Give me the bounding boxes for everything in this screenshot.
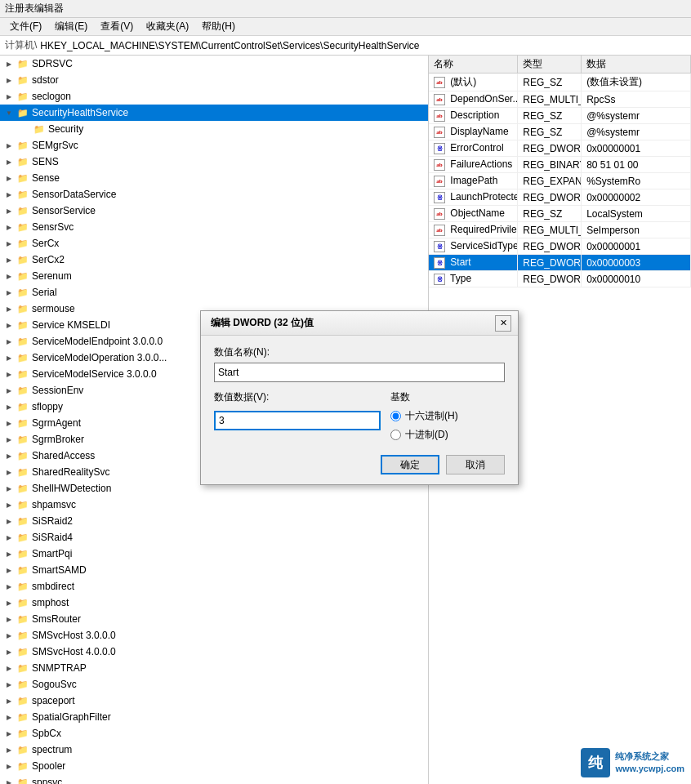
- radio-dec-input[interactable]: [390, 430, 401, 440]
- dialog-buttons: 确定 取消: [214, 452, 505, 474]
- dialog-ok-button[interactable]: 确定: [381, 455, 439, 474]
- radio-hex[interactable]: 十六进制(H): [390, 409, 505, 423]
- dialog-overlay: 编辑 DWORD (32 位)值 ✕ 数值名称(N): 数值数据(V): 基数 …: [0, 0, 691, 784]
- dialog-title-bar: 编辑 DWORD (32 位)值 ✕: [201, 311, 518, 336]
- dialog-body: 数值名称(N): 数值数据(V): 基数 十六进制(H): [201, 336, 518, 484]
- dialog-value-input[interactable]: [214, 411, 381, 430]
- dialog-name-label: 数值名称(N):: [214, 345, 505, 359]
- radio-group: 十六进制(H) 十进制(D): [390, 409, 505, 442]
- dialog-value-section: 数值数据(V):: [214, 390, 381, 442]
- dialog-name-input[interactable]: [214, 363, 505, 382]
- radio-hex-label: 十六进制(H): [405, 409, 458, 423]
- edit-dword-dialog: 编辑 DWORD (32 位)值 ✕ 数值名称(N): 数值数据(V): 基数 …: [200, 310, 519, 485]
- radio-dec[interactable]: 十进制(D): [390, 428, 505, 442]
- radio-hex-input[interactable]: [390, 411, 401, 421]
- dialog-data-label: 数值数据(V):: [214, 390, 381, 404]
- dialog-row: 数值数据(V): 基数 十六进制(H) 十进制(D): [214, 390, 505, 442]
- dialog-close-button[interactable]: ✕: [495, 315, 511, 332]
- dialog-base-section: 基数 十六进制(H) 十进制(D): [390, 390, 505, 442]
- dialog-title-text: 编辑 DWORD (32 位)值: [211, 316, 314, 330]
- dialog-base-label: 基数: [390, 390, 505, 404]
- dialog-cancel-button[interactable]: 取消: [446, 455, 505, 474]
- radio-dec-label: 十进制(D): [405, 428, 448, 442]
